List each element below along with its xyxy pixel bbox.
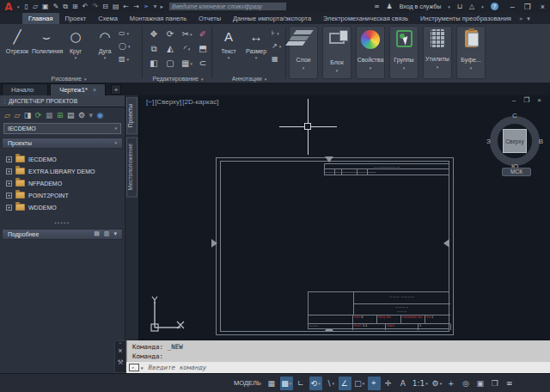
- qat-icon[interactable]: ↶: [82, 1, 89, 13]
- status-toggle-button[interactable]: +: [445, 377, 458, 390]
- model-space-button[interactable]: МОДЕЛЬ: [230, 377, 265, 389]
- modify-tool-button[interactable]: ✂ ▾: [179, 27, 195, 41]
- project-tree-item[interactable]: + EXTRA LIBRARY DEMO: [6, 165, 125, 177]
- annotation-tool-button[interactable]: А Текст ▾: [215, 26, 242, 60]
- sign-in-caret-icon[interactable]: ▾: [448, 4, 450, 9]
- status-toggle-button[interactable]: ⌖: [368, 377, 381, 390]
- project-toolbar-icon[interactable]: ⚙: [78, 111, 85, 119]
- file-tab[interactable]: Начало: [2, 83, 48, 95]
- ribbon-tab[interactable]: Монтажная панель: [124, 13, 192, 24]
- ribbon-panel-tile[interactable]: Блок ▾: [322, 26, 351, 79]
- status-toggle-button[interactable]: ≡: [504, 377, 516, 390]
- draw-tool-button[interactable]: ○ Круг ▾: [61, 26, 90, 60]
- command-prompt-icon[interactable]: >_: [129, 364, 139, 371]
- help-icon[interactable]: ?: [491, 3, 498, 10]
- project-tree-item[interactable]: + IECDEMO: [6, 153, 125, 165]
- palette-grip[interactable]: ⋮⋮: [2, 95, 14, 107]
- command-palette-grip[interactable]: ┉ × ⚒: [114, 340, 126, 373]
- qat-icon[interactable]: ⧉: [63, 1, 68, 13]
- draw-small-button[interactable]: ◯ ▾: [119, 40, 130, 52]
- help-search-input[interactable]: Введите ключевое слово/фразу: [168, 2, 287, 11]
- annotation-small-button[interactable]: ▦: [272, 52, 281, 65]
- ribbon-panel-tile[interactable]: Слои ▾: [289, 26, 318, 79]
- status-toggle-button[interactable]: ▦: [266, 377, 278, 390]
- ribbon-tab[interactable]: Схема: [92, 13, 124, 24]
- search-icon[interactable]: ∞: [374, 3, 380, 10]
- expand-icon[interactable]: +: [6, 156, 12, 162]
- palette-side-tab[interactable]: Проекты: [126, 97, 138, 134]
- file-tab-close-icon[interactable]: ×: [93, 84, 96, 95]
- viewport-menu-button[interactable]: [−]: [146, 98, 154, 106]
- project-toolbar-icon[interactable]: ▦: [46, 111, 53, 119]
- status-toggle-button[interactable]: ⚙ ▾: [431, 377, 443, 390]
- wcs-dropdown[interactable]: МСК: [502, 168, 531, 176]
- modify-tool-button[interactable]: ◧: [146, 56, 162, 70]
- command-input[interactable]: Введите команду: [149, 364, 207, 371]
- modify-tool-button[interactable]: ⊂: [195, 56, 211, 70]
- ribbon-display-toggle-icon[interactable]: ▾: [527, 15, 530, 22]
- recent-commands-caret-icon[interactable]: ▾: [141, 365, 144, 371]
- qat-icon[interactable]: ▯: [25, 1, 28, 13]
- projects-section-header[interactable]: Проекты ▾: [2, 138, 123, 149]
- qat-icon[interactable]: ▤: [113, 1, 119, 13]
- expand-icon[interactable]: +: [6, 181, 12, 187]
- qat-icon[interactable]: ▾: [154, 1, 157, 13]
- ribbon-tab[interactable]: Главная: [22, 13, 59, 24]
- modify-tool-button[interactable]: ▦ ▾: [179, 56, 195, 70]
- active-project-dropdown[interactable]: IECDEMO ▾: [3, 123, 121, 134]
- viewcube-east[interactable]: В: [539, 138, 543, 145]
- status-toggle-button[interactable]: □ ▾: [353, 377, 366, 390]
- status-toggle-button[interactable]: ◎: [460, 377, 473, 390]
- app-logo-icon[interactable]: A: [0, 1, 17, 13]
- status-toggle-button[interactable]: ∖ ▾: [324, 377, 337, 390]
- project-tree-item[interactable]: + WDDEMO: [6, 201, 125, 213]
- modify-tool-button[interactable]: ◜ ▾: [179, 41, 195, 56]
- status-toggle-button[interactable]: ▩ ▾: [280, 377, 293, 390]
- status-toggle-button[interactable]: ∟: [295, 377, 308, 390]
- project-toolbar-icon[interactable]: ▱: [14, 111, 20, 119]
- palette-side-tab[interactable]: Местоположение: [126, 137, 138, 197]
- project-toolbar-icon[interactable]: ◨: [24, 111, 32, 119]
- palette-splitter[interactable]: •••••: [0, 220, 125, 225]
- ribbon-panel-tile[interactable]: Свойства ▾: [356, 26, 385, 79]
- details-preview-icon[interactable]: ▥: [104, 230, 110, 239]
- ribbon-tab[interactable]: Проект: [59, 13, 93, 24]
- modify-tool-button[interactable]: ◭: [162, 41, 179, 56]
- annotation-tool-button[interactable]: ↔ Размер ▾: [242, 26, 270, 60]
- status-toggle-button[interactable]: 1:1 ▾: [412, 377, 429, 390]
- project-toolbar-icon[interactable]: ◉: [97, 111, 104, 119]
- panel-label-draw[interactable]: Рисование▾: [17, 76, 120, 82]
- draw-small-button[interactable]: ▨ ▾: [119, 52, 130, 65]
- annotation-small-button[interactable]: ↗ ▾: [272, 40, 281, 52]
- project-toolbar-icon[interactable]: ⊞: [57, 111, 64, 119]
- status-toggle-button[interactable]: ∠: [339, 377, 351, 390]
- exchange-caret-icon[interactable]: ▾: [481, 4, 484, 9]
- project-toolbar-icon[interactable]: ▱: [4, 111, 10, 119]
- status-toggle-button[interactable]: A: [397, 377, 410, 390]
- app-store-icon[interactable]: ⊔: [457, 3, 462, 10]
- command-close-icon[interactable]: ×: [115, 346, 125, 356]
- expand-arrow-icon[interactable]: ▸: [161, 3, 164, 10]
- customize-icon[interactable]: ⚒: [115, 356, 125, 370]
- details-section-header[interactable]: Подробнее ▤ ▥ ▾: [2, 229, 123, 240]
- qat-icon[interactable]: ←: [123, 1, 129, 13]
- status-toggle-button[interactable]: ⟲ ▾: [309, 377, 322, 390]
- modify-tool-button[interactable]: ⬒: [195, 41, 211, 56]
- restore-button[interactable]: ❐: [524, 3, 531, 11]
- draw-tool-button[interactable]: ⌣ Полилиния: [32, 26, 61, 60]
- draw-tool-button[interactable]: ◠ Дуга ▾: [90, 26, 119, 60]
- viewcube[interactable]: С Ю З В Сверху: [486, 113, 543, 169]
- status-toggle-button[interactable]: ▣: [474, 377, 487, 390]
- tabs-overflow-icon[interactable]: »: [519, 15, 522, 22]
- project-toolbar-icon[interactable]: ⟳: [35, 111, 42, 119]
- command-history[interactable]: Команда: _NEWКоманда:: [126, 340, 550, 362]
- drawing-canvas[interactable]: [−] [Сверху] [2D-каркас] ‒ ❐ × С Ю З В С…: [139, 95, 550, 340]
- user-icon[interactable]: ♟: [387, 3, 393, 10]
- app-menu-caret-icon[interactable]: ▾: [17, 4, 20, 9]
- panel-label-annotation[interactable]: Аннотации▾: [215, 76, 284, 82]
- panel-label-modify[interactable]: Редактирование▾: [144, 76, 212, 82]
- new-drawing-tab-button[interactable]: +: [111, 84, 121, 95]
- annotation-small-button[interactable]: ⊦ ▾: [272, 27, 281, 40]
- expand-icon[interactable]: +: [6, 193, 12, 199]
- viewcube-top-face[interactable]: Сверху: [503, 129, 527, 153]
